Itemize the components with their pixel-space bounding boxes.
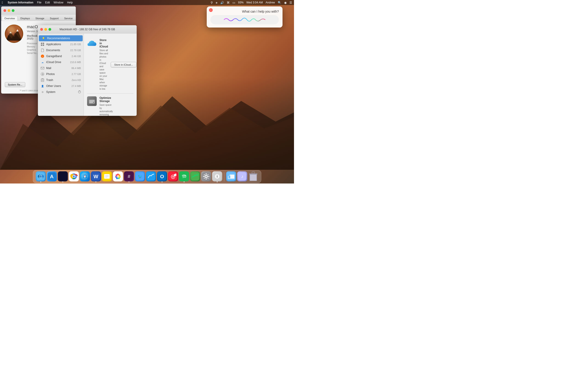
system-report-button[interactable]: System Re...	[5, 82, 25, 87]
search-icon[interactable]: 🔍	[278, 1, 281, 4]
storage-title: Macintosh HD - 188.32 GB free of 249.78 …	[60, 28, 115, 31]
siri-menubar-icon[interactable]: ◉	[284, 1, 287, 4]
tab-overview[interactable]: Overview	[2, 16, 17, 21]
sidebar-item-other-users[interactable]: 👤 Other Users 27.4 MB	[38, 83, 84, 89]
siri-bubble: × What can I help you with?	[207, 6, 283, 27]
svg-rect-95	[206, 178, 207, 180]
dock-item-siri[interactable]	[58, 171, 68, 181]
svg-text:🐦: 🐦	[138, 174, 143, 179]
help-menu[interactable]: Help	[67, 1, 73, 4]
trash-label: Trash	[46, 78, 53, 82]
sidebar-item-system[interactable]: ⚙ System	[38, 89, 84, 95]
dock-item-notes[interactable]	[102, 171, 112, 181]
svg-point-76	[117, 176, 119, 177]
mail-size: 86.4 MB	[71, 67, 81, 69]
garageband-size: 2.46 GB	[72, 55, 81, 58]
storage-sidebar: 💡 Recommendations Applications 21.85 GB …	[38, 33, 84, 116]
svg-rect-12	[43, 44, 44, 46]
file-menu[interactable]: File	[37, 1, 41, 4]
edit-menu[interactable]: Edit	[45, 1, 50, 4]
bluetooth-icon: ⎈	[216, 1, 217, 4]
storage-close-button[interactable]	[40, 28, 43, 31]
sysinfo-titlebar	[1, 6, 76, 15]
dock-item-slack[interactable]: #	[124, 171, 134, 181]
svg-point-73	[115, 176, 117, 178]
tab-service[interactable]: Service	[61, 16, 75, 21]
window-menu[interactable]: Window	[53, 1, 63, 4]
dock-item-activity-monitor[interactable]	[190, 171, 200, 181]
app-name[interactable]: System Information	[8, 1, 33, 4]
sidebar-item-recommendations[interactable]: 💡 Recommendations	[39, 35, 83, 41]
trash-size: Zero KB	[72, 79, 81, 81]
dock-item-photos[interactable]	[113, 171, 123, 181]
sidebar-item-photos[interactable]: ✿ Photos 2.77 GB	[38, 71, 84, 77]
apple-menu[interactable]: 	[2, 1, 3, 4]
applications-label: Applications	[46, 43, 61, 46]
location-icon: ⚲	[211, 1, 213, 4]
minimize-button[interactable]	[8, 9, 10, 12]
siri-close-button[interactable]: ×	[209, 8, 213, 12]
documents-size: 22.78 GB	[70, 49, 81, 52]
svg-rect-110	[250, 175, 257, 181]
svg-rect-25	[89, 100, 95, 103]
close-button[interactable]	[3, 9, 6, 12]
siri-wave-visual	[224, 16, 265, 23]
svg-rect-20	[42, 78, 43, 79]
sidebar-item-icloud-drive[interactable]: ☁ iCloud Drive 210.6 MB	[38, 59, 84, 65]
window-controls	[3, 9, 15, 12]
dock-item-itunes[interactable]	[168, 171, 178, 181]
dock-item-outlook[interactable]: O	[157, 171, 167, 181]
dock-item-system-information[interactable]: i	[212, 171, 222, 181]
sidebar-item-trash[interactable]: Trash Zero KB	[38, 77, 84, 83]
dock-item-trash[interactable]	[248, 171, 258, 181]
volume-icon: 🔊	[220, 1, 224, 4]
photos-icon: ✿	[41, 72, 44, 76]
svg-rect-15	[41, 67, 44, 69]
garageband-icon: ♪	[41, 54, 44, 58]
svg-point-86	[173, 176, 174, 177]
optimize-rec-icon	[87, 96, 97, 106]
storage-window: Macintosh HD - 188.32 GB free of 249.78 …	[38, 25, 137, 116]
sidebar-item-mail[interactable]: Mail 86.4 MB	[38, 65, 84, 71]
dock-item-tweetbot[interactable]: 🐦	[135, 171, 145, 181]
dock-item-finder[interactable]	[36, 171, 46, 181]
dock-item-file-sharing[interactable]	[226, 171, 236, 181]
system-icon: ⚙	[41, 90, 44, 94]
tab-displays[interactable]: Displays	[18, 16, 33, 21]
optimize-rec-desc: Save space by automatically removing iTu…	[99, 103, 113, 116]
photos-size: 2.77 GB	[72, 73, 81, 75]
sidebar-item-garageband[interactable]: ♪ GarageBand 2.46 GB	[38, 53, 84, 59]
system-label: System	[46, 90, 55, 94]
dock-item-itunes-files[interactable]: ♪	[237, 171, 247, 181]
store-in-icloud-button[interactable]: Store in iCloud...	[111, 62, 136, 67]
recommendations-label: Recommendations	[47, 37, 70, 40]
storage-maximize-button[interactable]	[48, 28, 51, 31]
svg-point-89	[180, 172, 188, 181]
icloud-rec-desc: Store all files and photos in iCloud and…	[99, 49, 108, 91]
svg-point-93	[206, 176, 207, 177]
mail-label: Mail	[46, 67, 51, 70]
tab-support[interactable]: Support	[47, 16, 61, 21]
dock-item-safari[interactable]	[80, 171, 90, 181]
dock-item-system-preferences[interactable]	[201, 171, 211, 181]
dock: A	[33, 170, 261, 183]
photos-label: Photos	[46, 73, 55, 76]
siri-dot	[62, 181, 63, 182]
dock-item-tweetdeck[interactable]	[146, 171, 156, 181]
sidebar-item-documents[interactable]: Documents 22.78 GB	[38, 47, 84, 53]
storage-minimize-button[interactable]	[44, 28, 47, 31]
dock-item-chrome[interactable]	[69, 171, 79, 181]
tab-storage[interactable]: Storage	[33, 16, 47, 21]
dock-item-spotify[interactable]	[179, 171, 189, 181]
sidebar-item-applications[interactable]: Applications 21.85 GB	[38, 41, 84, 47]
slack-dot	[129, 181, 130, 182]
applications-icon	[41, 42, 44, 46]
maximize-button[interactable]	[12, 9, 15, 12]
notifications-icon[interactable]: ☰	[289, 1, 292, 4]
dock-item-appstore[interactable]: A	[47, 171, 57, 181]
other-users-icon: 👤	[41, 84, 44, 88]
storage-window-controls	[40, 28, 51, 31]
svg-text:✿: ✿	[42, 73, 44, 75]
dock-item-word[interactable]: W	[91, 171, 101, 181]
svg-point-28	[93, 102, 94, 102]
